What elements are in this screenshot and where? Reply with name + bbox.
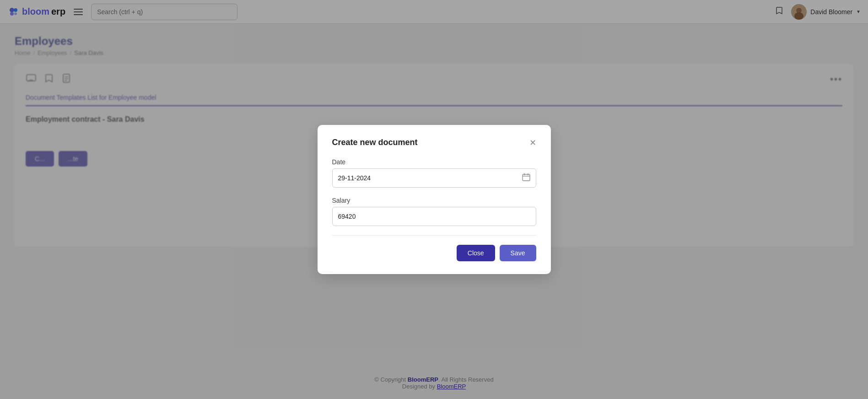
date-label: Date <box>332 158 536 166</box>
modal-footer: Close Save <box>332 245 536 261</box>
salary-input-wrapper[interactable] <box>332 207 536 226</box>
calendar-icon[interactable] <box>522 173 530 183</box>
modal-divider <box>332 235 536 236</box>
svg-rect-12 <box>523 174 530 181</box>
salary-input[interactable] <box>338 213 530 220</box>
modal-close-x-button[interactable]: ✕ <box>529 139 536 147</box>
modal-save-button[interactable]: Save <box>500 245 536 261</box>
date-input[interactable] <box>338 174 522 182</box>
modal-title: Create new document <box>332 138 418 147</box>
date-input-wrapper[interactable] <box>332 168 536 188</box>
modal-salary-field: Salary <box>332 197 536 226</box>
modal-overlay[interactable]: Create new document ✕ Date Salary <box>0 0 868 399</box>
salary-label: Salary <box>332 197 536 204</box>
modal-close-button[interactable]: Close <box>457 245 495 261</box>
modal-date-field: Date <box>332 158 536 188</box>
modal-header: Create new document ✕ <box>332 138 536 147</box>
create-document-modal: Create new document ✕ Date Salary <box>318 125 551 274</box>
